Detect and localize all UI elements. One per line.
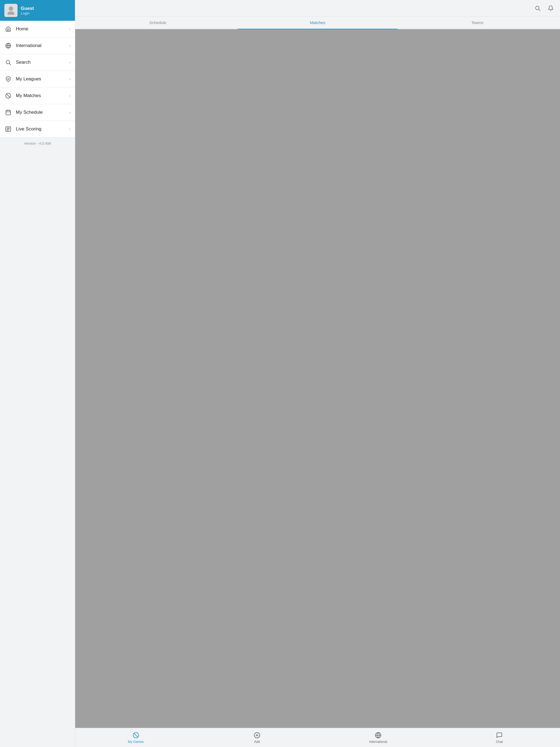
- tab-matches[interactable]: Matches: [238, 17, 397, 29]
- shield-icon: [4, 75, 12, 83]
- svg-line-9: [6, 94, 10, 98]
- sidebar-header[interactable]: Guest Login: [0, 0, 75, 21]
- nav-list: Home › International › Sear: [0, 21, 75, 137]
- chevron-right-icon: ›: [69, 60, 71, 65]
- login-link[interactable]: Login: [21, 11, 34, 15]
- chevron-right-icon: ›: [69, 77, 71, 81]
- scoring-icon: [4, 125, 12, 133]
- svg-rect-10: [6, 110, 11, 115]
- sidebar-item-my-matches-label: My Matches: [16, 93, 69, 98]
- svg-line-5: [9, 63, 11, 65]
- sidebar-item-international[interactable]: International ›: [0, 37, 75, 54]
- bottom-tab-international-label: International: [369, 740, 387, 744]
- content-tab-bar: Schedule Matches Teams: [75, 17, 560, 29]
- globe-bottom-icon: [375, 732, 382, 739]
- chevron-right-icon: ›: [69, 127, 71, 131]
- avatar: [4, 4, 18, 17]
- bottom-tab-chat[interactable]: Chat: [439, 728, 560, 747]
- sidebar-item-live-scoring[interactable]: Live Scoring ›: [0, 121, 75, 137]
- sidebar-item-my-matches[interactable]: My Matches ›: [0, 87, 75, 104]
- svg-point-1: [7, 11, 14, 15]
- sidebar-item-my-leagues-label: My Leagues: [16, 76, 69, 82]
- bottom-tab-bar: My Games Add International: [75, 728, 560, 747]
- version-text: Version - 4.0.406: [0, 137, 75, 149]
- sidebar-item-my-schedule[interactable]: My Schedule ›: [0, 104, 75, 121]
- slash-circle-icon: [132, 732, 139, 739]
- sidebar-item-home-label: Home: [16, 26, 69, 32]
- home-icon: [4, 25, 12, 33]
- bottom-tab-add-label: Add: [254, 740, 260, 744]
- plus-circle-icon: [253, 732, 261, 739]
- main-area: Schedule Matches Teams My Games: [75, 0, 560, 747]
- tab-schedule[interactable]: Schedule: [78, 17, 238, 29]
- user-avatar-icon: [6, 5, 16, 16]
- sidebar-item-my-leagues[interactable]: My Leagues ›: [0, 71, 75, 87]
- calendar-icon: [4, 108, 12, 116]
- chat-icon: [496, 732, 503, 739]
- top-bar: [75, 0, 560, 17]
- sidebar-item-search-label: Search: [16, 60, 69, 65]
- svg-line-21: [134, 733, 138, 737]
- bottom-tab-chat-label: Chat: [496, 740, 503, 744]
- bottom-tab-my-games-label: My Games: [128, 740, 144, 744]
- bottom-tab-my-games[interactable]: My Games: [75, 728, 196, 747]
- svg-point-0: [9, 6, 13, 11]
- globe-icon: [4, 42, 12, 50]
- search-icon: [4, 58, 12, 66]
- sidebar-item-live-scoring-label: Live Scoring: [16, 126, 69, 132]
- user-info: Guest Login: [21, 6, 34, 15]
- circle-slash-icon: [4, 92, 12, 100]
- content-body: [75, 29, 560, 728]
- bottom-tab-international[interactable]: International: [318, 728, 439, 747]
- chevron-right-icon: ›: [69, 93, 71, 98]
- tab-teams[interactable]: Teams: [398, 17, 557, 29]
- sidebar: Guest Login Home ›: [0, 0, 75, 747]
- chevron-right-icon: ›: [69, 110, 71, 115]
- chevron-right-icon: ›: [69, 27, 71, 31]
- svg-line-19: [539, 9, 540, 11]
- top-bar-icons: [534, 4, 555, 12]
- sidebar-item-search[interactable]: Search ›: [0, 54, 75, 71]
- user-name: Guest: [21, 6, 34, 11]
- notification-icon[interactable]: [547, 4, 555, 12]
- search-topbar-icon[interactable]: [534, 4, 541, 12]
- chevron-right-icon: ›: [69, 43, 71, 48]
- sidebar-item-home[interactable]: Home ›: [0, 21, 75, 37]
- bottom-tab-add[interactable]: Add: [196, 728, 317, 747]
- sidebar-item-my-schedule-label: My Schedule: [16, 110, 69, 115]
- sidebar-item-international-label: International: [16, 43, 69, 48]
